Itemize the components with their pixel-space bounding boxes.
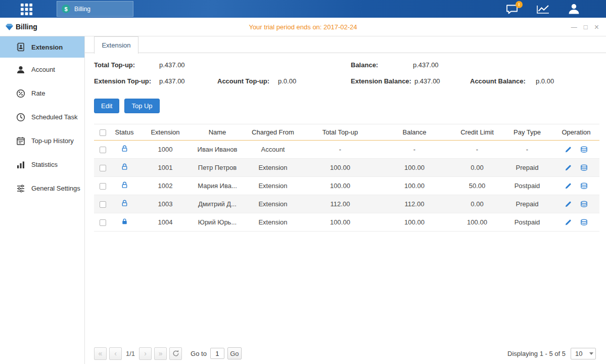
table-row: 1000 Иван Иванов Account - - - - <box>94 141 599 159</box>
table-row: 1004 Юрий Юрь... Extension 100.00 100.00… <box>94 213 599 232</box>
status-unlocked-icon[interactable] <box>121 199 128 207</box>
charged-from-cell: Extension <box>242 159 304 177</box>
edit-icon[interactable] <box>565 146 572 153</box>
titlebar: Billing Your trial period ends on: 2017-… <box>0 18 606 36</box>
operation-cell <box>553 195 599 213</box>
displaying-text: Displaying 1 - 5 of 5 <box>507 350 566 357</box>
tab-extension[interactable]: Extension <box>94 36 138 54</box>
edit-button[interactable]: Edit <box>94 99 119 113</box>
status-unlocked-icon[interactable] <box>121 181 128 189</box>
table-header-row: Status Extension Name Charged From Total… <box>94 124 599 141</box>
bar-chart-icon <box>16 160 25 169</box>
page-size-value: 10 <box>571 350 587 357</box>
messages-button[interactable]: ! <box>506 4 518 14</box>
sidebar-item-extension[interactable]: Extension <box>0 36 84 58</box>
row-checkbox[interactable] <box>100 219 106 226</box>
sidebar-item-label: Top-up History <box>31 137 74 145</box>
sidebar-item-label: Rate <box>31 89 45 97</box>
topup-coins-icon[interactable] <box>580 218 588 226</box>
balance-value: p.437.00 <box>413 61 439 69</box>
calendar-icon <box>16 136 25 146</box>
column-header-extension: Extension <box>137 124 193 141</box>
sidebar-item-account[interactable]: Account <box>0 58 84 81</box>
total-topup-cell: 112.00 <box>304 195 376 213</box>
close-button[interactable]: × <box>594 23 599 31</box>
row-checkbox[interactable] <box>100 183 106 190</box>
total-topup-cell: 100.00 <box>304 177 376 195</box>
row-checkbox[interactable] <box>100 165 106 171</box>
first-page-button[interactable]: « <box>94 347 107 360</box>
pay-type-cell: Prepaid <box>501 195 553 213</box>
credit-limit-cell: 50.00 <box>453 177 501 195</box>
sidebar-item-rate[interactable]: Rate <box>0 81 84 105</box>
topbar-icons: ! <box>506 0 580 18</box>
page-size-select[interactable]: 10 <box>571 348 596 359</box>
extension-cell: 1004 <box>137 213 193 232</box>
name-cell: Юрий Юрь... <box>193 213 242 232</box>
account-balance-label: Account Balance: <box>470 77 526 85</box>
credit-limit-cell: - <box>453 141 501 159</box>
balance-cell: 100.00 <box>376 159 453 177</box>
edit-icon[interactable] <box>565 164 572 171</box>
topbar: $ Billing ! <box>0 0 606 18</box>
select-all-checkbox[interactable] <box>100 129 106 136</box>
status-locked-icon[interactable] <box>121 217 128 225</box>
status-unlocked-icon[interactable] <box>121 145 128 153</box>
address-book-icon <box>16 42 25 52</box>
operation-cell <box>553 159 599 176</box>
app-grid-button[interactable] <box>19 2 33 16</box>
header-checkbox-cell <box>94 124 111 141</box>
credit-limit-cell: 100.00 <box>453 213 501 232</box>
window-controls: — □ × <box>571 18 599 36</box>
account-topup-label: Account Top-up: <box>217 77 269 85</box>
person-icon <box>16 65 25 74</box>
topup-coins-icon[interactable] <box>580 200 588 208</box>
prev-page-button[interactable]: ‹ <box>109 347 122 360</box>
next-page-button[interactable]: › <box>139 347 152 360</box>
edit-icon[interactable] <box>565 200 572 208</box>
sidebar-item-scheduled-task[interactable]: Scheduled Task <box>0 105 84 129</box>
extension-cell: 1003 <box>137 195 193 213</box>
row-checkbox[interactable] <box>100 201 106 208</box>
goto-label: Go to <box>191 350 207 357</box>
notification-badge: ! <box>516 1 523 8</box>
balance-cell: 100.00 <box>376 177 453 195</box>
maximize-button[interactable]: □ <box>584 24 588 30</box>
sidebar-item-statistics[interactable]: Statistics <box>0 153 84 176</box>
go-button[interactable]: Go <box>227 347 242 359</box>
extension-cell: 1002 <box>137 177 193 195</box>
status-cell <box>111 159 137 177</box>
total-topup-cell: 100.00 <box>304 213 376 232</box>
edit-icon[interactable] <box>565 218 572 226</box>
extension-balance-value: p.437.00 <box>414 77 440 85</box>
sidebar-item-label: Scheduled Task <box>31 113 78 121</box>
sidebar-item-general-settings[interactable]: General Settings <box>0 176 84 200</box>
status-unlocked-icon[interactable] <box>121 163 128 171</box>
grid-icon <box>20 3 33 16</box>
topup-coins-icon[interactable] <box>580 164 588 172</box>
topup-coins-icon[interactable] <box>580 182 588 190</box>
refresh-button[interactable] <box>169 347 182 360</box>
goto-page-input[interactable] <box>210 348 224 359</box>
refresh-icon <box>172 350 179 357</box>
balance-cell: - <box>376 141 453 159</box>
page-indicator: 1/1 <box>126 350 135 357</box>
sidebar-item-topup-history[interactable]: Top-up History <box>0 129 84 153</box>
main-panel: Extension Total Top-up: p.437.00 Balance… <box>85 36 606 364</box>
reports-button[interactable] <box>536 4 550 14</box>
sidebar-item-label: Statistics <box>31 161 58 168</box>
edit-icon[interactable] <box>565 182 572 190</box>
taskbar-tab-billing[interactable]: $ Billing <box>57 1 133 17</box>
topup-coins-icon[interactable] <box>580 146 588 154</box>
percent-circle-icon <box>16 89 25 98</box>
balance-cell: 112.00 <box>376 195 453 213</box>
row-checkbox[interactable] <box>100 147 106 153</box>
charged-from-cell: Extension <box>242 213 304 232</box>
last-page-button[interactable]: » <box>154 347 167 360</box>
minimize-button[interactable]: — <box>571 24 577 30</box>
user-account-button[interactable] <box>568 4 580 14</box>
column-header-balance: Balance <box>376 124 453 141</box>
name-cell: Иван Иванов <box>193 141 242 159</box>
topup-button[interactable]: Top Up <box>124 99 159 113</box>
column-header-operation: Operation <box>553 124 599 141</box>
